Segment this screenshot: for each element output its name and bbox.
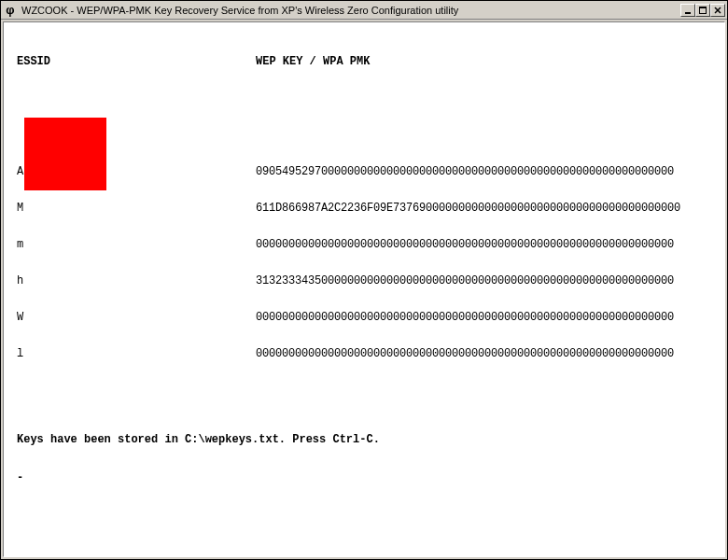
app-icon: φ: [3, 3, 18, 18]
essid-cell: W: [17, 312, 256, 324]
minimize-button[interactable]: [680, 4, 695, 17]
table-row: W000000000000000000000000000000000000000…: [17, 312, 717, 324]
table-row: M611D866987A2C2236F09E737690000000000000…: [17, 203, 717, 215]
essid-cell: M: [17, 203, 256, 215]
application-window: φ WZCOOK - WEP/WPA-PMK Key Recovery Serv…: [0, 0, 728, 560]
table-row: A090549529700000000000000000000000000000…: [17, 166, 717, 178]
table-row: l000000000000000000000000000000000000000…: [17, 348, 717, 360]
essid-cell: h: [17, 275, 256, 287]
svg-rect-0: [685, 12, 691, 14]
essid-cell: l: [17, 348, 256, 360]
key-cell: 0905495297000000000000000000000000000000…: [256, 166, 674, 178]
titlebar: φ WZCOOK - WEP/WPA-PMK Key Recovery Serv…: [1, 1, 727, 20]
key-cell: 0000000000000000000000000000000000000000…: [256, 312, 674, 324]
table-row: m000000000000000000000000000000000000000…: [17, 239, 717, 251]
header-essid: ESSID: [17, 56, 256, 68]
maximize-button[interactable]: [695, 4, 710, 17]
key-cell: 0000000000000000000000000000000000000000…: [256, 239, 674, 251]
key-cell: 0000000000000000000000000000000000000000…: [256, 348, 674, 360]
redaction-block: [24, 118, 106, 190]
data-rows: A090549529700000000000000000000000000000…: [17, 118, 717, 385]
window-title: WZCOOK - WEP/WPA-PMK Key Recovery Servic…: [21, 5, 680, 16]
console-output: ESSIDWEP KEY / WPA PMK A0905495297000000…: [3, 21, 725, 557]
cursor-indicator: -: [17, 472, 717, 484]
essid-cell: m: [17, 239, 256, 251]
close-button[interactable]: [710, 4, 725, 17]
header-key: WEP KEY / WPA PMK: [256, 56, 370, 68]
window-controls: [680, 4, 725, 17]
svg-rect-2: [699, 7, 707, 8]
key-cell: 611D866987A2C2236F09E7376900000000000000…: [256, 203, 680, 215]
key-cell: 3132333435000000000000000000000000000000…: [256, 275, 674, 287]
column-headers: ESSIDWEP KEY / WPA PMK: [17, 56, 717, 68]
table-row: h313233343500000000000000000000000000000…: [17, 275, 717, 287]
status-message: Keys have been stored in C:\wepkeys.txt.…: [17, 434, 717, 446]
